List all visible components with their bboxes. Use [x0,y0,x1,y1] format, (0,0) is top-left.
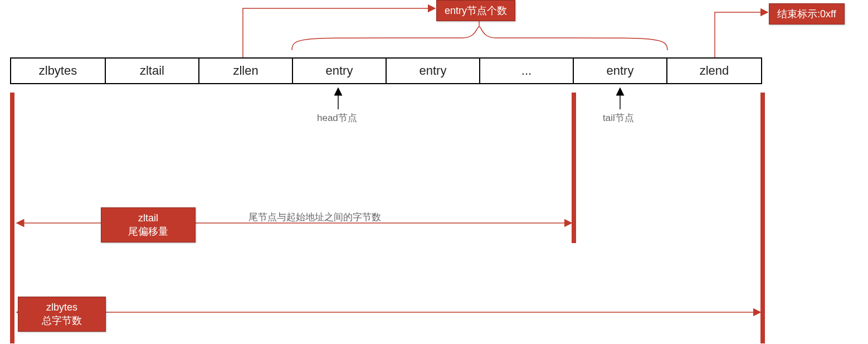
label-zltail-box: zltail 尾偏移量 [101,207,196,243]
connector-layer [0,0,868,344]
note-zltail-desc: 尾节点与起始地址之间的字节数 [248,211,381,224]
field-entry-tail: entry [573,57,666,84]
note-tail-node: tail节点 [603,112,634,124]
field-entry-mid: entry [386,57,479,84]
label-zlbytes-title: zlbytes [46,301,77,314]
label-zlbytes-box: zlbytes 总字节数 [18,297,106,332]
label-end-mark: 结束标示:0xff [769,3,845,25]
ziplist-fields-row: zlbytes zltail zllen entry entry ... ent… [10,57,762,84]
ziplist-structure-diagram: zlbytes zltail zllen entry entry ... ent… [0,0,868,344]
field-entry-head: entry [292,57,386,84]
label-zltail-title: zltail [138,211,158,225]
label-zlbytes-sub: 总字节数 [42,314,82,327]
field-zllen: zllen [198,57,292,84]
label-entry-count: entry节点个数 [436,0,515,21]
vbar-end [760,93,765,343]
field-zltail: zltail [105,57,198,84]
field-zlbytes: zlbytes [10,57,105,84]
label-entry-count-text: entry节点个数 [445,4,507,17]
field-entry-ellipsis: ... [479,57,573,84]
note-head-node: head节点 [317,112,357,124]
vbar-start [10,93,14,343]
label-end-mark-text: 结束标示:0xff [777,7,836,21]
label-zltail-sub: 尾偏移量 [128,225,168,238]
vbar-tail [572,93,576,243]
field-zlend: zlend [666,57,762,84]
